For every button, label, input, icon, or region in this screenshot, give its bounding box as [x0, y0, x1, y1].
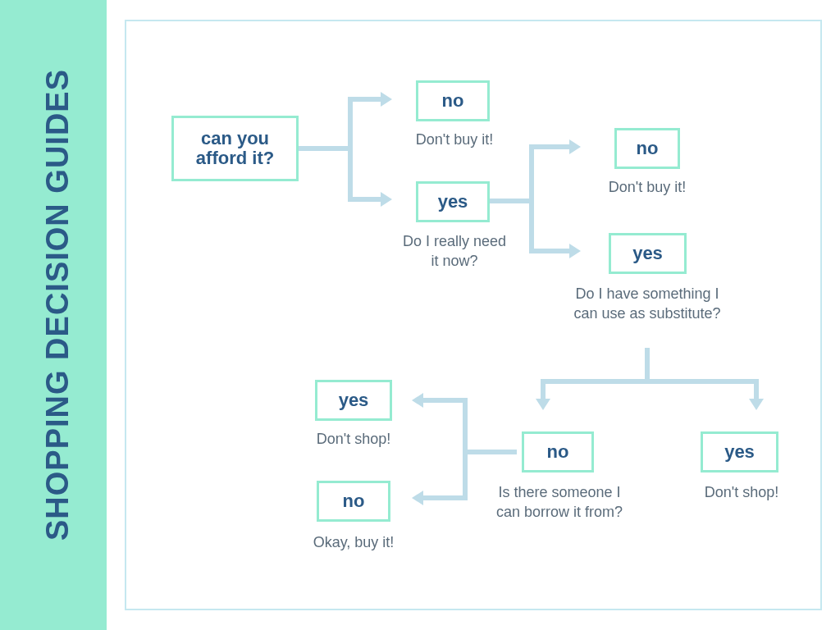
arrowhead-icon	[536, 399, 550, 410]
arrowhead-icon	[569, 139, 581, 154]
node-borrow-yes: yes	[315, 380, 392, 421]
node-afford-no: no	[416, 80, 490, 121]
caption-borrow-no: Okay, buy it!	[294, 532, 413, 552]
connector	[490, 199, 529, 203]
connector	[463, 398, 468, 500]
connector	[348, 197, 384, 202]
arrowhead-icon	[412, 491, 423, 505]
arrowhead-icon	[412, 393, 423, 408]
connector	[348, 97, 384, 102]
connector	[529, 144, 534, 253]
sidebar: SHOPPING DECISION GUIDES	[0, 0, 107, 630]
arrowhead-icon	[381, 192, 392, 207]
connector	[529, 144, 572, 149]
caption-borrow-yes: Don't shop!	[296, 429, 411, 449]
caption-need-yes: Do I have something I can use as substit…	[569, 284, 725, 324]
connector	[422, 495, 466, 500]
main-frame: can you afford it? no Don't buy it! yes …	[125, 20, 822, 610]
caption-sub-yes: Don't shop!	[676, 482, 807, 502]
connector	[463, 450, 517, 454]
caption-afford-yes: Do I really need it now?	[397, 231, 512, 272]
arrowhead-icon	[569, 244, 581, 258]
connector	[541, 379, 759, 384]
node-borrow-no: no	[317, 481, 390, 522]
caption-sub-no: Is there someone I can borrow it from?	[494, 482, 625, 523]
page-title: SHOPPING DECISION GUIDES	[40, 26, 75, 584]
arrowhead-icon	[749, 399, 764, 410]
node-need-yes: yes	[609, 233, 687, 274]
caption-need-no: Don't buy it!	[590, 177, 705, 197]
node-sub-no: no	[522, 431, 594, 472]
node-sub-yes: yes	[701, 431, 778, 472]
node-need-no: no	[614, 128, 680, 169]
caption-afford-no: Don't buy it!	[397, 130, 512, 149]
connector	[529, 249, 572, 253]
node-can-you-afford-it: can you afford it?	[171, 116, 299, 181]
connector	[422, 398, 466, 403]
connector	[645, 348, 650, 379]
arrowhead-icon	[381, 92, 392, 107]
connector	[299, 146, 348, 151]
node-afford-yes: yes	[416, 181, 490, 222]
connector	[348, 97, 353, 202]
